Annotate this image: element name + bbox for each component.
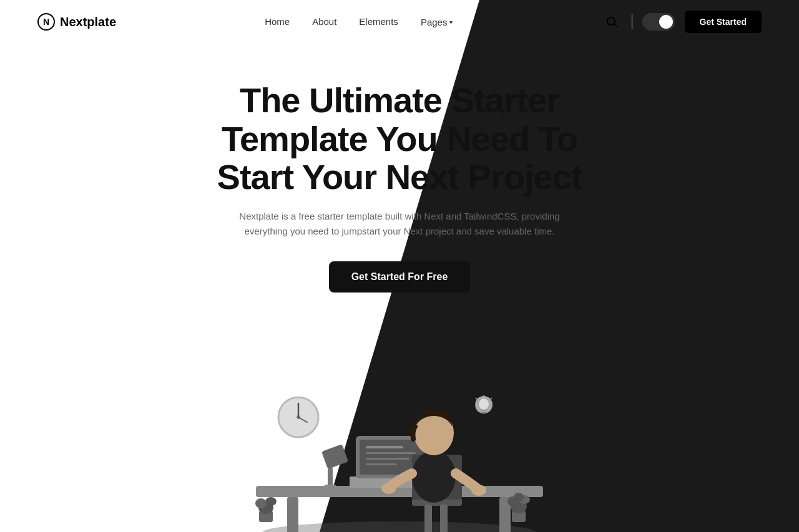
nav-item-pages[interactable]: Pages ▾	[421, 17, 453, 27]
nav-right: Get Started	[602, 11, 762, 33]
svg-point-10	[255, 498, 267, 508]
toggle-thumb	[659, 15, 673, 29]
chevron-down-icon: ▾	[449, 19, 453, 26]
svg-rect-30	[366, 463, 397, 465]
hero-section: The Ultimate Starter Template You Need T…	[0, 44, 799, 293]
navbar: N Nextplate Home About Elements Pages ▾	[0, 0, 799, 44]
nav-link-home[interactable]: Home	[265, 16, 290, 27]
logo-icon: N	[37, 13, 55, 31]
logo-text: Nextplate	[60, 15, 116, 29]
cta-button[interactable]: Get Started For Free	[329, 261, 471, 293]
svg-rect-19	[321, 444, 348, 469]
svg-rect-29	[366, 458, 409, 460]
hero-subtitle: Nextplate is a free starter template bui…	[231, 209, 568, 239]
svg-rect-32	[424, 505, 432, 532]
svg-rect-6	[287, 497, 298, 532]
nav-link-about[interactable]: About	[312, 16, 336, 27]
svg-point-11	[265, 497, 277, 506]
divider	[632, 14, 632, 29]
theme-toggle[interactable]	[642, 13, 675, 31]
nav-link-elements[interactable]: Elements	[359, 16, 398, 27]
svg-rect-18	[325, 485, 336, 488]
nav-links: Home About Elements Pages ▾	[265, 16, 453, 27]
svg-line-3	[614, 24, 617, 27]
toggle-track	[642, 13, 675, 31]
svg-point-4	[262, 521, 537, 532]
illustration-area	[0, 317, 799, 532]
get-started-button[interactable]: Get Started	[685, 11, 762, 33]
svg-text:N: N	[43, 17, 49, 27]
nav-item-home[interactable]: Home	[265, 16, 290, 27]
svg-rect-27	[366, 446, 403, 448]
svg-point-35	[412, 450, 456, 503]
svg-rect-28	[366, 452, 416, 454]
nav-item-elements[interactable]: Elements	[359, 16, 398, 27]
svg-point-16	[514, 493, 524, 501]
search-button[interactable]	[602, 12, 622, 32]
svg-point-40	[479, 399, 489, 410]
svg-point-37	[471, 485, 486, 496]
workspace-illustration	[206, 317, 593, 532]
nav-item-about[interactable]: About	[312, 16, 336, 27]
hero-title: The Ultimate Starter Template You Need T…	[200, 81, 599, 196]
logo[interactable]: N Nextplate	[37, 13, 116, 31]
search-icon	[605, 16, 618, 28]
svg-point-36	[381, 483, 396, 494]
nav-link-pages[interactable]: Pages	[421, 17, 448, 27]
svg-rect-17	[328, 467, 333, 487]
desk-illustration	[206, 317, 593, 532]
svg-rect-33	[440, 505, 448, 532]
